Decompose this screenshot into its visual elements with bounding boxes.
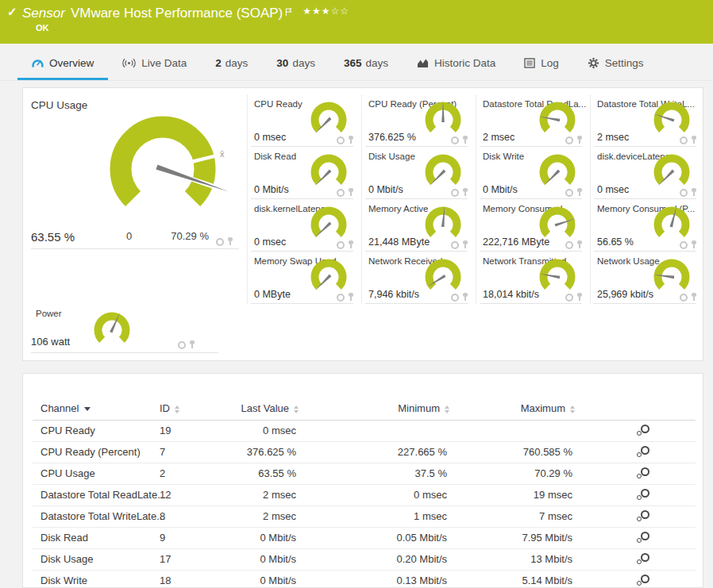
gauge-tile-datastore-total-writel: Datastore Total WriteL...2 msec [590,94,704,147]
cell-minimum: 37.5 % [415,463,447,484]
edit-channel-gears-icon[interactable] [635,465,649,482]
table-header-row: ChannelIDLast ValueMinimumMaximum [33,398,696,421]
table-row-cpu-ready-percent[interactable]: CPU Ready (Percent)7376.625 %227.665 %76… [33,441,696,463]
table-row-cpu-ready[interactable]: CPU Ready190 msec [33,420,696,442]
gauge-tile-memory-consumed: Memory Consumed222,716 MByte [476,199,590,252]
table-row-disk-read[interactable]: Disk Read90 Mbit/s0.05 Mbit/s7.95 Mbit/s [33,527,696,549]
edit-channel-gears-icon[interactable] [635,422,649,439]
pin-icon[interactable] [348,293,353,302]
edit-channel-gears-icon[interactable] [635,529,649,546]
gauge-tile-cpu-ready: CPU Ready0 msec [247,94,361,147]
pin-icon[interactable] [462,136,468,144]
column-header-minimum[interactable]: Minimum [398,398,449,420]
tab-live-data[interactable]: Live Data [108,48,201,80]
tab-365-days[interactable]: 365days [330,48,403,80]
priority-stars[interactable]: ★★★☆☆ [303,6,349,17]
gear-icon[interactable] [451,189,459,197]
flag-icon[interactable] [285,6,292,20]
pin-icon[interactable] [348,240,353,249]
gauge-value: 0 msec [254,236,286,248]
pin-icon[interactable] [576,188,582,197]
tab-overview[interactable]: Overview [17,48,108,80]
gear-icon[interactable] [451,136,459,144]
cell-last-value: 2 msec [263,484,296,505]
gear-icon[interactable] [680,294,688,302]
gear-icon[interactable] [216,238,224,246]
tab-30-days[interactable]: 30days [262,48,330,80]
pin-icon[interactable] [691,136,696,144]
tile-actions [216,237,233,246]
pin-icon[interactable] [462,188,468,197]
gear-icon[interactable] [565,241,573,249]
edit-channel-gears-icon[interactable] [635,486,649,503]
gauge-tile-cpu-ready-percent: CPU Ready (Percent)376.625 % [361,94,476,147]
gauge-title: Disk Write [483,152,524,161]
pin-icon[interactable] [691,240,696,249]
column-header-id[interactable]: ID [160,398,179,420]
pin-icon[interactable] [189,340,195,349]
gauge-title: Disk Read [254,152,296,161]
sort-desc-icon [84,407,91,411]
cell-minimum: 227.665 % [398,441,447,463]
tab-2-days[interactable]: 2days [201,48,262,80]
tab-label: days [292,57,315,69]
pin-icon[interactable] [576,136,582,144]
gauge-value: 25,969 kbit/s [597,289,653,300]
gear-icon[interactable] [178,341,186,349]
gear-icon[interactable] [565,294,573,302]
gauge-tile-disk-devicelatency: disk.deviceLatency0 msec [590,147,704,199]
cell-last-value: 0 Mbit/s [260,527,296,548]
edit-channel-gears-icon[interactable] [635,551,649,567]
edit-channel-gears-icon[interactable] [635,444,649,460]
tab-label: Live Data [141,57,187,69]
gear-icon[interactable] [451,294,459,302]
divider [594,303,696,304]
cell-maximum: 5.14 Mbit/s [522,570,572,588]
sort-icon [294,405,299,413]
gear-icon[interactable] [680,241,688,249]
gear-icon[interactable] [337,136,345,144]
tile-actions [178,340,195,349]
tile-actions [680,293,696,302]
table-row-cpu-usage[interactable]: CPU Usage263.55 %37.5 %70.29 % [33,463,696,485]
column-header-last-value[interactable]: Last Value [241,398,299,420]
pin-icon[interactable] [691,293,696,302]
cell-id: 8 [160,505,165,527]
gear-icon[interactable] [337,241,345,249]
pin-icon[interactable] [462,293,468,302]
pin-icon[interactable] [348,188,353,197]
gear-icon[interactable] [680,136,688,144]
table-row-datastore-total-writelate[interactable]: Datastore Total WriteLate...82 msec1 mse… [33,505,696,528]
gauge-value: 18,014 kbit/s [483,289,539,300]
table-row-datastore-total-readlate[interactable]: Datastore Total ReadLate...122 msec0 mse… [33,484,696,506]
table-row-disk-write[interactable]: Disk Write180 Mbit/s0.13 Mbit/s5.14 Mbit… [33,570,696,588]
gauge-tile-memory-consumed-p: Memory Consumed (P...56.65 % [590,199,704,252]
column-header-maximum[interactable]: Maximum [521,398,575,420]
gauge-tile-disk-usage: Disk Usage0 Mbit/s [361,147,476,199]
pin-icon[interactable] [227,237,233,246]
gauge-title: Disk Usage [368,152,415,161]
edit-channel-gears-icon[interactable] [635,508,649,525]
edit-channel-gears-icon[interactable] [635,572,649,588]
gear-icon[interactable] [680,189,688,197]
pin-icon[interactable] [348,136,353,144]
gear-icon[interactable] [337,294,345,302]
gauge-title: Memory Active [368,204,428,213]
pin-icon[interactable] [576,293,582,302]
tab-settings[interactable]: Settings [573,48,658,80]
gear-icon[interactable] [565,136,573,144]
gauge-dial [649,202,694,246]
tab-historic-data[interactable]: Historic Data [403,48,510,80]
pin-icon[interactable] [462,240,468,249]
tab-label: days [225,57,249,69]
log-icon [524,58,535,68]
gear-icon[interactable] [451,241,459,249]
cell-minimum: 0.13 Mbit/s [396,570,447,588]
tab-log[interactable]: Log [510,48,573,80]
table-row-disk-usage[interactable]: Disk Usage170 Mbit/s0.20 Mbit/s13 Mbit/s [33,548,696,571]
column-header-channel[interactable]: Channel [40,398,91,420]
gear-icon[interactable] [337,189,345,197]
pin-icon[interactable] [576,240,582,249]
gear-icon[interactable] [565,189,573,197]
pin-icon[interactable] [691,188,696,197]
